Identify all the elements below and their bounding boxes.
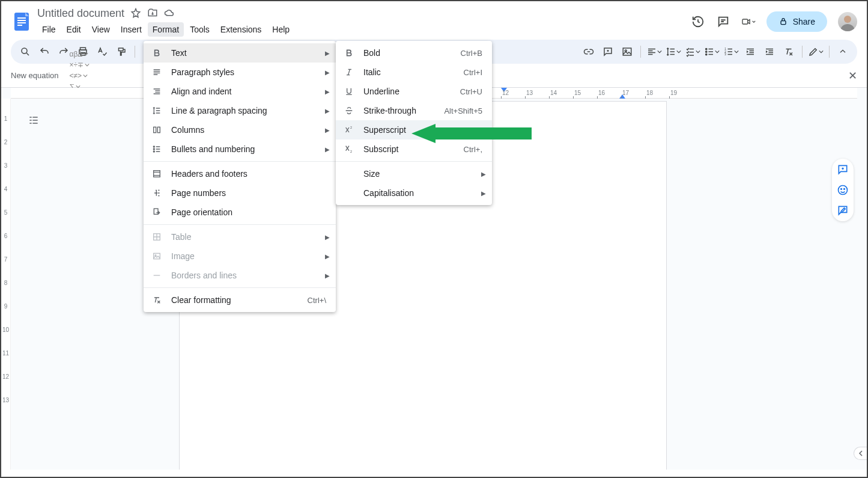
headers-footers-icon [151,168,163,180]
docs-logo-icon[interactable] [11,11,32,32]
menu-item-label: Bullets and numbering [171,144,326,154]
svg-rect-12 [623,48,631,55]
svg-rect-6 [781,21,786,25]
align-icon[interactable] [646,43,663,60]
menu-item-strike-through[interactable]: Strike-throughAlt+Shift+5 [336,101,492,120]
line-spacing-icon[interactable] [665,43,682,60]
menu-item-label: Clear formatting [171,295,299,305]
menu-file[interactable]: File [37,22,61,37]
emoji-reaction-fab-icon[interactable] [837,184,849,196]
image-icon [151,250,163,262]
svg-point-21 [841,189,842,190]
menu-item-label: Underline [363,87,452,96]
menu-edit[interactable]: Edit [62,22,86,37]
subscript-icon: 2 [343,143,355,155]
menu-item-superscript[interactable]: 2SuperscriptCtrl+. [336,120,492,139]
title-bar: Untitled document FileEditViewInsertForm… [1,1,867,37]
move-icon[interactable] [147,8,158,19]
bulleted-list-icon[interactable] [703,43,720,60]
menu-extensions[interactable]: Extensions [216,22,266,37]
paragraph-styles-icon [151,66,163,78]
submenu-arrow-icon: ▶ [481,190,486,197]
svg-text:2: 2 [350,150,352,153]
submenu-arrow-icon: ▶ [481,171,486,177]
menu-insert[interactable]: Insert [116,22,147,37]
page-orientation-icon [151,206,163,218]
cloud-status-icon[interactable] [164,8,175,19]
text-submenu: BoldCtrl+BItalicCtrl+IUnderlineCtrl+UStr… [336,41,492,205]
menu-item-bullets-and-numbering[interactable]: Bullets and numbering▶ [144,139,336,159]
menu-item-shortcut: Alt+Shift+5 [444,106,482,115]
svg-rect-5 [742,19,748,24]
vertical-ruler[interactable]: 12345678910111213 [1,99,11,470]
bold-icon [343,47,355,59]
menu-format[interactable]: Format [148,22,184,37]
checklist-icon[interactable] [684,43,701,60]
equation-chip[interactable]: αβΔ [67,49,93,60]
menu-item-size[interactable]: Size▶ [336,164,492,183]
undo-icon[interactable] [36,43,53,60]
menu-item-headers-and-footers[interactable]: Headers and footers [144,164,336,183]
menu-item-capitalisation[interactable]: Capitalisation▶ [336,183,492,203]
submenu-arrow-icon: ▶ [325,234,330,241]
menu-item-paragraph-styles[interactable]: Paragraph styles▶ [144,63,336,82]
document-title[interactable]: Untitled document [37,7,124,20]
format-menu: Text▶Paragraph styles▶Align and indent▶L… [144,41,336,312]
new-equation-button[interactable]: New equation [11,71,59,80]
menu-item-bold[interactable]: BoldCtrl+B [336,43,492,63]
user-avatar[interactable] [838,12,857,31]
menu-tools[interactable]: Tools [185,22,214,37]
menu-item-italic[interactable]: ItalicCtrl+I [336,63,492,82]
spellcheck-icon[interactable] [94,43,111,60]
insert-image-icon[interactable] [619,43,636,60]
increase-indent-icon[interactable] [761,43,778,60]
svg-rect-29 [154,209,158,214]
menu-view[interactable]: View [87,22,115,37]
collapse-toolbar-icon[interactable] [834,43,851,60]
menu-help[interactable]: Help [267,22,294,37]
close-equation-bar-icon[interactable]: ✕ [848,69,857,82]
comments-icon[interactable] [716,14,730,29]
menu-item-page-orientation[interactable]: Page orientation [144,203,336,222]
numbered-list-icon[interactable]: 123 [723,43,739,60]
menu-item-columns[interactable]: Columns▶ [144,120,336,139]
menu-item-underline[interactable]: UnderlineCtrl+U [336,82,492,101]
underline-icon [343,85,355,97]
suggest-edits-fab-icon[interactable] [837,204,849,216]
menu-item-label: Subscript [363,144,455,154]
search-icon[interactable] [17,43,34,60]
equation-chip[interactable]: ×÷∓ [67,60,93,70]
menu-item-shortcut: Ctrl+U [460,87,482,96]
menu-item-align-and-indent[interactable]: Align and indent▶ [144,82,336,101]
menu-item-subscript[interactable]: 2SubscriptCtrl+, [336,139,492,159]
menu-item-label: Borders and lines [171,271,326,280]
star-icon[interactable] [130,8,141,19]
clear-formatting-icon [151,294,163,306]
menu-item-shortcut: Ctrl+, [464,145,482,154]
share-button[interactable]: Share [766,11,827,32]
insert-link-icon[interactable] [580,43,597,60]
clear-formatting-icon[interactable] [780,43,797,60]
editing-mode-icon[interactable] [807,43,824,60]
menu-item-line-paragraph-spacing[interactable]: Line & paragraph spacing▶ [144,101,336,120]
menu-item-page-numbers[interactable]: Page numbers [144,183,336,203]
strikethrough-icon [343,105,355,117]
meet-icon[interactable] [741,14,756,29]
add-comment-fab-icon[interactable] [837,164,849,176]
menu-item-text[interactable]: Text▶ [144,43,336,63]
menu-item-label: Capitalisation [363,188,482,198]
line-spacing-icon [151,105,163,117]
submenu-arrow-icon: ▶ [325,253,330,260]
add-comment-icon[interactable] [599,43,616,60]
svg-point-16 [706,54,707,55]
paint-format-icon[interactable] [113,43,130,60]
svg-point-25 [153,146,154,147]
svg-rect-23 [154,127,156,132]
decrease-indent-icon[interactable] [742,43,759,60]
history-icon[interactable] [691,14,705,29]
menu-item-clear-formatting[interactable]: Clear formattingCtrl+\ [144,290,336,310]
side-panel-toggle-icon[interactable] [854,447,867,460]
outline-toggle-icon[interactable] [25,112,42,129]
equation-chip[interactable]: <≠> [67,70,93,81]
menu-item-label: Page numbers [171,188,326,198]
